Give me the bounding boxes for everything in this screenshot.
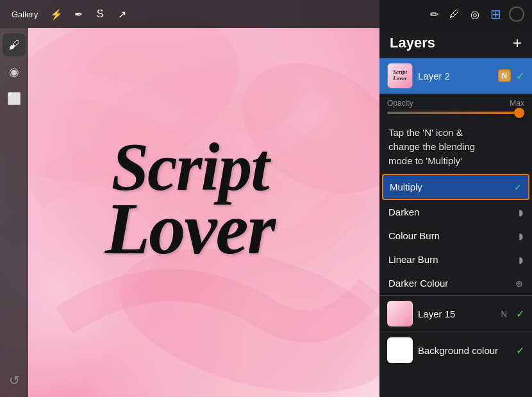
- layer2-visibility-check[interactable]: ✓: [516, 70, 524, 82]
- blend-colour-burn-label: Colour Burn: [388, 230, 440, 241]
- modify-tool-icon[interactable]: ⚡: [49, 7, 63, 21]
- opacity-section: Opacity Max: [379, 94, 532, 119]
- layer2-name: Layer 2: [418, 71, 493, 81]
- blend-darker-colour-label: Darker Colour: [388, 278, 448, 289]
- instruction-text: Tap the 'N' icon &change the blendingmod…: [388, 126, 523, 167]
- blend-multiply[interactable]: Multiply ✓: [382, 174, 529, 200]
- script-icon[interactable]: S: [93, 7, 107, 21]
- color-picker-icon[interactable]: [509, 6, 524, 22]
- blend-darken[interactable]: Darken ◗: [379, 200, 532, 224]
- blend-linear-burn-label: Linear Burn: [388, 254, 438, 265]
- blend-darker-colour[interactable]: Darker Colour ⊕: [379, 271, 532, 295]
- left-toolbar: 🖌 ◉ ⬜ ↺: [0, 28, 28, 397]
- blend-linear-burn-icon: ◗: [519, 255, 523, 265]
- layer2-thumb-content: ScriptLover: [388, 63, 412, 88]
- blend-modes-list: Multiply ✓ Darken ◗ Colour Burn ◗ Linear…: [379, 174, 532, 295]
- top-toolbar: Gallery ⚡ ✒ S ↗: [0, 0, 379, 28]
- undo-button[interactable]: ↺: [3, 369, 26, 392]
- add-layer-button[interactable]: +: [513, 35, 522, 51]
- blend-multiply-label: Multiply: [390, 182, 422, 192]
- brush-tool-button[interactable]: 🖌: [3, 33, 26, 56]
- script-line2: Lover: [105, 198, 275, 260]
- layers-icon[interactable]: ⊞: [488, 7, 503, 21]
- erase-tool-button[interactable]: ⬜: [3, 87, 26, 110]
- opacity-row: Opacity Max: [387, 99, 524, 108]
- canvas-text: Script Lover: [105, 137, 275, 260]
- layer2-thumbnail: ScriptLover: [387, 63, 413, 89]
- layer2-blend-badge[interactable]: N: [498, 69, 511, 82]
- blend-linear-burn[interactable]: Linear Burn ◗: [379, 248, 532, 271]
- layer15-row[interactable]: Layer 15 N ✓: [379, 296, 532, 332]
- gallery-button[interactable]: Gallery: [8, 7, 42, 22]
- gallery-label: Gallery: [12, 10, 38, 19]
- background-layer-name: Background colour: [418, 345, 511, 356]
- blend-darken-label: Darken: [388, 207, 419, 217]
- pen-tool-icon[interactable]: ✏: [427, 7, 441, 21]
- layer15-visibility-check[interactable]: ✓: [516, 308, 524, 320]
- instruction-box: Tap the 'N' icon &change the blendingmod…: [379, 119, 532, 174]
- blend-colour-burn[interactable]: Colour Burn ◗: [379, 224, 532, 248]
- blend-colour-burn-icon: ◗: [519, 231, 523, 241]
- background-visibility-check[interactable]: ✓: [516, 344, 524, 357]
- blend-darken-icon: ◗: [519, 207, 523, 217]
- canvas-area: Script Lover Gallery ⚡ ✒ S ↗ 🖌 ◉ ⬜ ↺: [0, 0, 379, 397]
- layer2-row[interactable]: ScriptLover Layer 2 N ✓: [379, 58, 532, 94]
- top-toolbar-right: ✏ 🖊 ◎ ⊞: [379, 0, 532, 28]
- layer15-blend-badge[interactable]: N: [501, 309, 507, 319]
- arrow-tool-icon[interactable]: ↗: [115, 7, 129, 21]
- layers-title: Layers: [390, 35, 435, 51]
- blend-multiply-icon: ✓: [514, 182, 522, 192]
- layer15-thumbnail: [387, 301, 413, 326]
- brush-tool-icon2[interactable]: 🖊: [447, 7, 461, 21]
- opacity-handle[interactable]: [514, 108, 524, 118]
- background-layer-row[interactable]: Background colour ✓: [379, 332, 532, 368]
- layers-header: Layers +: [379, 28, 532, 58]
- blend-darker-colour-icon: ⊕: [515, 278, 523, 289]
- right-panel: Layers + ScriptLover Layer 2 N ✓ Opacity…: [379, 0, 532, 397]
- opacity-slider[interactable]: [387, 112, 524, 114]
- blur-tool-icon[interactable]: ◎: [468, 7, 482, 21]
- opacity-label: Opacity: [387, 99, 413, 108]
- background-thumbnail: [387, 337, 413, 363]
- smudge-tool-button[interactable]: ◉: [3, 60, 26, 83]
- layer15-name: Layer 15: [418, 308, 496, 319]
- opacity-max-label: Max: [510, 99, 524, 108]
- draw-tool-icon[interactable]: ✒: [71, 7, 85, 21]
